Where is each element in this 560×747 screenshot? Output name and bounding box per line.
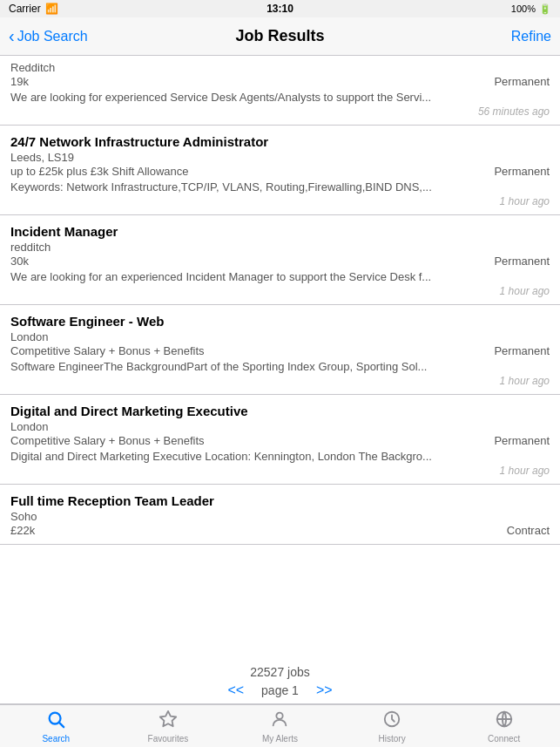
job-time-row: 1 hour ago: [10, 285, 550, 297]
tab-favourites[interactable]: Favourites: [112, 705, 225, 747]
job-time: 1 hour ago: [500, 195, 550, 207]
job-description: Keywords: Network Infrastructure,TCP/IP,…: [10, 180, 550, 194]
status-bar-time: 13:10: [267, 3, 293, 15]
pagination-nav: << page 1 >>: [227, 682, 332, 698]
pagination: 22527 jobs << page 1 >>: [0, 656, 560, 704]
job-title: Full time Reception Team Leader: [10, 493, 550, 508]
tab-history[interactable]: History: [336, 705, 449, 747]
job-type: Permanent: [494, 75, 550, 88]
wifi-icon: 📶: [45, 3, 58, 15]
job-time: 1 hour ago: [500, 375, 550, 387]
pagination-next-button[interactable]: >>: [316, 682, 333, 698]
person-icon: [270, 710, 289, 732]
job-description: We are looking for an experienced Incide…: [10, 270, 550, 283]
job-location: redditch: [10, 241, 550, 254]
tab-search[interactable]: Search: [0, 705, 112, 747]
back-chevron-icon: ‹: [9, 27, 15, 44]
job-title: Software Engineer - Web: [10, 314, 550, 329]
page-title: Job Results: [235, 27, 324, 45]
job-description: Digital and Direct Marketing Executive L…: [10, 450, 550, 463]
svg-point-3: [277, 712, 283, 718]
battery-icon: 🔋: [539, 3, 551, 15]
job-location: Redditch: [10, 61, 550, 74]
job-type: Permanent: [494, 165, 550, 178]
status-bar-left: Carrier 📶: [9, 3, 58, 15]
job-location: Soho: [10, 510, 550, 523]
svg-line-1: [59, 723, 64, 727]
back-label: Job Search: [17, 29, 88, 44]
job-salary: Competitive Salary + Bonus + Benefits: [10, 344, 205, 357]
globe-icon: [495, 710, 514, 732]
job-time-row: 1 hour ago: [10, 375, 550, 387]
job-time-row: 1 hour ago: [10, 195, 550, 207]
svg-marker-2: [160, 710, 176, 725]
job-meta-row: £22k Contract: [10, 524, 550, 537]
refine-button[interactable]: Refine: [511, 29, 551, 44]
job-salary: Competitive Salary + Bonus + Benefits: [10, 434, 205, 447]
job-type: Permanent: [494, 344, 550, 357]
star-icon: [159, 710, 178, 732]
job-meta-row: 19k Permanent: [10, 75, 550, 88]
job-time-row: 1 hour ago: [10, 465, 550, 477]
job-item[interactable]: Full time Reception Team Leader Soho £22…: [0, 485, 560, 545]
nav-bar: ‹ Job Search Job Results Refine: [0, 17, 560, 56]
job-item[interactable]: 24/7 Network Infrastructure Administrato…: [0, 126, 560, 215]
job-list: Redditch 19k Permanent We are looking fo…: [0, 56, 560, 656]
status-bar: Carrier 📶 13:10 100% 🔋: [0, 0, 560, 17]
job-title: 24/7 Network Infrastructure Administrato…: [10, 134, 550, 149]
job-location: London: [10, 420, 550, 433]
job-time-row: 56 minutes ago: [10, 105, 550, 118]
tab-bar: Search Favourites My Alerts History: [0, 704, 560, 747]
tab-history-label: History: [379, 734, 406, 744]
job-item[interactable]: Incident Manager redditch 30k Permanent …: [0, 215, 560, 305]
carrier-label: Carrier: [9, 3, 41, 15]
job-salary: 19k: [10, 75, 29, 88]
tab-connect[interactable]: Connect: [448, 705, 560, 747]
job-location: London: [10, 330, 550, 343]
job-meta-row: Competitive Salary + Bonus + Benefits Pe…: [10, 344, 550, 357]
job-item[interactable]: Redditch 19k Permanent We are looking fo…: [0, 56, 560, 126]
job-salary: up to £25k plus £3k Shift Allowance: [10, 165, 189, 178]
tab-search-label: Search: [42, 734, 70, 744]
job-type: Permanent: [494, 434, 550, 447]
job-meta-row: Competitive Salary + Bonus + Benefits Pe…: [10, 434, 550, 447]
pagination-prev-button[interactable]: <<: [227, 682, 244, 698]
job-location: Leeds, LS19: [10, 151, 550, 164]
job-meta-row: up to £25k plus £3k Shift Allowance Perm…: [10, 165, 550, 178]
job-type: Contract: [507, 524, 550, 537]
job-title: Digital and Direct Marketing Executive: [10, 404, 550, 418]
clock-icon: [382, 710, 401, 732]
tab-alerts[interactable]: My Alerts: [224, 705, 336, 747]
job-item[interactable]: Software Engineer - Web London Competiti…: [0, 305, 560, 395]
job-item[interactable]: Digital and Direct Marketing Executive L…: [0, 395, 560, 485]
job-salary: 30k: [10, 255, 29, 268]
job-description: We are looking for experienced Service D…: [10, 91, 550, 104]
job-time: 1 hour ago: [500, 285, 550, 297]
battery-label: 100%: [511, 3, 536, 14]
tab-alerts-label: My Alerts: [262, 734, 298, 744]
search-icon: [46, 710, 65, 732]
job-meta-row: 30k Permanent: [10, 255, 550, 268]
pagination-count: 22527 jobs: [250, 665, 310, 679]
job-type: Permanent: [494, 255, 550, 268]
job-title: Incident Manager: [10, 224, 550, 239]
job-time: 1 hour ago: [500, 465, 550, 477]
tab-connect-label: Connect: [488, 734, 520, 744]
tab-favourites-label: Favourites: [148, 734, 189, 744]
pagination-current-page: page 1: [261, 683, 299, 697]
job-salary: £22k: [10, 524, 35, 537]
job-description: Software EngineerThe BackgroundPart of t…: [10, 360, 550, 373]
back-button[interactable]: ‹ Job Search: [9, 28, 88, 44]
job-time: 56 minutes ago: [478, 105, 550, 118]
status-bar-right: 100% 🔋: [511, 3, 551, 15]
